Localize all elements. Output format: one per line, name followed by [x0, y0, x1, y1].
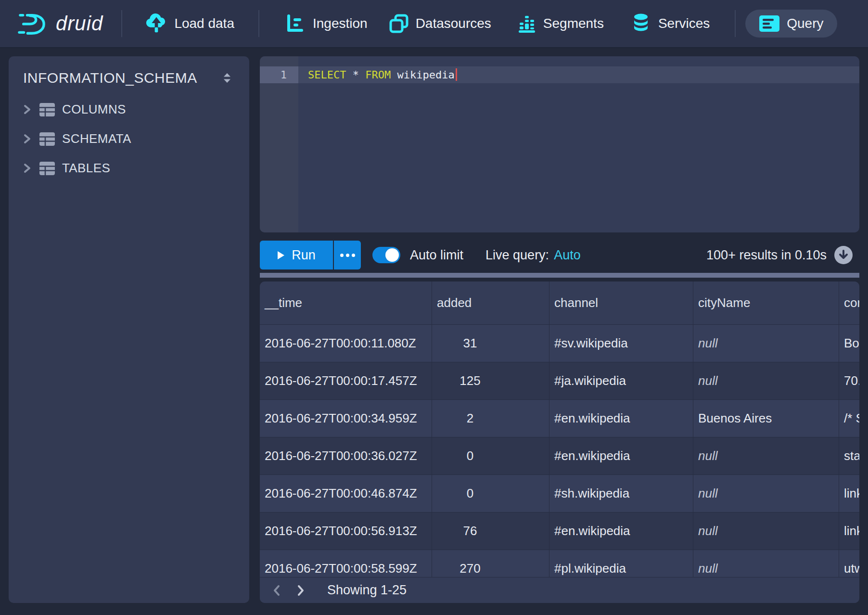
table-cell[interactable]: 2016-06-27T00:00:17.457Z	[260, 362, 432, 399]
schema-selector[interactable]: INFORMATION_SCHEMA	[9, 56, 249, 86]
results-summary: 100+ results in 0.10s	[706, 248, 827, 263]
table-cell[interactable]: link	[839, 475, 859, 512]
pagination-status: Showing 1-25	[327, 583, 407, 598]
table-cell[interactable]: sta	[839, 437, 859, 474]
druid-logo-icon	[17, 10, 48, 37]
tree-item-label: COLUMNS	[62, 102, 126, 117]
nav-item-datasources[interactable]: Datasources	[389, 14, 491, 33]
panel-resize-handle[interactable]	[260, 273, 859, 278]
nav-item-segments[interactable]: Segments	[517, 14, 604, 33]
table-cell[interactable]: #sv.wikipedia	[549, 325, 693, 362]
sql-keyword: FROM	[365, 69, 391, 81]
table-cell[interactable]: 125	[432, 362, 549, 399]
navbar-divider	[735, 10, 736, 37]
table-row: 2016-06-27T00:00:34.959Z2#en.wikipediaBu…	[260, 400, 859, 437]
table-cell[interactable]: Bot	[839, 325, 859, 362]
table-row: 2016-06-27T00:00:17.457Z125#ja.wikipedia…	[260, 362, 859, 400]
ingestion-chart-icon	[286, 14, 306, 33]
segment-bars-icon	[517, 14, 536, 33]
nav-item-query-active[interactable]: Query	[745, 10, 837, 38]
table-cell[interactable]: 270	[432, 550, 549, 577]
table-cell[interactable]: #en.wikipedia	[549, 400, 693, 437]
tree-item-columns[interactable]: COLUMNS	[9, 95, 249, 124]
ellipsis-icon	[340, 254, 344, 257]
table-cell[interactable]: 2016-06-27T00:00:58.599Z	[260, 550, 432, 577]
console-icon	[759, 15, 780, 32]
nav-item-load-data[interactable]: Load data	[145, 13, 234, 34]
live-query-value[interactable]: Auto	[554, 248, 581, 262]
table-cell[interactable]: #pl.wikipedia	[549, 550, 693, 577]
table-cell[interactable]: #ja.wikipedia	[549, 362, 693, 399]
run-button-label: Run	[292, 248, 316, 263]
table-cell[interactable]: #en.wikipedia	[549, 437, 693, 474]
nav-item-services[interactable]: Services	[631, 13, 710, 34]
table-cell[interactable]: 2	[432, 400, 549, 437]
table-cell[interactable]: 0	[432, 437, 549, 474]
tree-item-tables[interactable]: TABLES	[9, 154, 249, 183]
navbar-divider	[121, 10, 122, 37]
schema-selector-value: INFORMATION_SCHEMA	[23, 70, 197, 86]
table-cell[interactable]: link	[839, 512, 859, 550]
navbar-divider	[258, 10, 259, 37]
table-cell[interactable]: null	[693, 475, 839, 512]
tree-item-schemata[interactable]: SCHEMATA	[9, 124, 249, 154]
run-button[interactable]: Run	[260, 241, 333, 269]
play-icon	[277, 251, 285, 260]
download-icon	[838, 249, 849, 261]
column-header-channel[interactable]: channel	[549, 282, 693, 324]
table-cell[interactable]: 76	[432, 512, 549, 550]
chevron-right-icon[interactable]	[23, 134, 31, 144]
auto-limit-toggle[interactable]	[372, 247, 400, 263]
sql-editor[interactable]: 1 SELECT * FROM wikipedia	[260, 56, 859, 232]
top-navbar: druid Load data Ingestion	[0, 0, 868, 48]
table-cell[interactable]: 31	[432, 325, 549, 362]
schema-tree: COLUMNS SCHEMATA	[9, 95, 249, 183]
table-cell[interactable]: 2016-06-27T00:00:56.913Z	[260, 512, 432, 550]
column-header-time[interactable]: __time	[260, 282, 432, 324]
table-cell[interactable]: 2016-06-27T00:00:46.874Z	[260, 475, 432, 512]
stacked-layers-icon	[389, 14, 409, 33]
table-cell[interactable]: null	[693, 325, 839, 362]
table-cell[interactable]: 2016-06-27T00:00:34.959Z	[260, 400, 432, 437]
table-cell[interactable]: #en.wikipedia	[549, 512, 693, 550]
table-cell[interactable]: null	[693, 512, 839, 550]
more-options-button[interactable]	[334, 241, 361, 269]
tree-item-label: SCHEMATA	[62, 131, 131, 146]
auto-limit-label: Auto limit	[410, 248, 463, 263]
next-page-button[interactable]	[295, 584, 306, 597]
table-cell[interactable]: 2016-06-27T00:00:11.080Z	[260, 325, 432, 362]
table-cell[interactable]: #sh.wikipedia	[549, 475, 693, 512]
table-cell[interactable]: utw	[839, 550, 859, 577]
column-header-added[interactable]: added	[432, 282, 549, 324]
table-cell[interactable]: null	[693, 362, 839, 399]
table-cell[interactable]: 0	[432, 475, 549, 512]
table-cell[interactable]: 70.	[839, 362, 859, 399]
nav-item-label: Datasources	[416, 16, 491, 31]
live-query-label: Live query:	[485, 248, 549, 262]
brand-wordmark: druid	[56, 12, 103, 35]
chevron-right-icon[interactable]	[23, 104, 31, 115]
column-header-cityname[interactable]: cityName	[693, 282, 839, 324]
nav-item-ingestion[interactable]: Ingestion	[286, 14, 368, 33]
table-cell[interactable]: Buenos Aires	[693, 400, 839, 437]
sql-query-text[interactable]: SELECT * FROM wikipedia	[308, 66, 457, 83]
column-header-comment[interactable]: comment	[839, 282, 859, 324]
nav-item-label: Segments	[543, 16, 604, 31]
table-cell[interactable]: /* S	[839, 400, 859, 437]
table-row: 2016-06-27T00:00:56.913Z76#en.wikipedian…	[260, 512, 859, 550]
table-cell[interactable]: null	[693, 437, 839, 474]
druid-brand[interactable]: druid	[17, 10, 103, 37]
text-cursor	[456, 68, 457, 81]
table-row: 2016-06-27T00:00:46.874Z0#sh.wikipedianu…	[260, 475, 859, 512]
run-toolbar: Run Auto limit Live query:Auto 100+ resu…	[260, 237, 859, 273]
chevron-right-icon[interactable]	[23, 163, 31, 173]
table-row: 2016-06-27T00:00:36.027Z0#en.wikipedianu…	[260, 437, 859, 475]
database-icon	[631, 13, 651, 34]
query-results-panel: __time added channel cityName comment 20…	[260, 282, 859, 603]
upload-cloud-icon	[145, 13, 167, 34]
table-cell[interactable]: 2016-06-27T00:00:36.027Z	[260, 437, 432, 474]
download-results-button[interactable]	[834, 246, 853, 264]
previous-page-button[interactable]	[271, 584, 282, 597]
table-cell[interactable]: null	[693, 550, 839, 577]
double-caret-icon	[222, 72, 232, 84]
